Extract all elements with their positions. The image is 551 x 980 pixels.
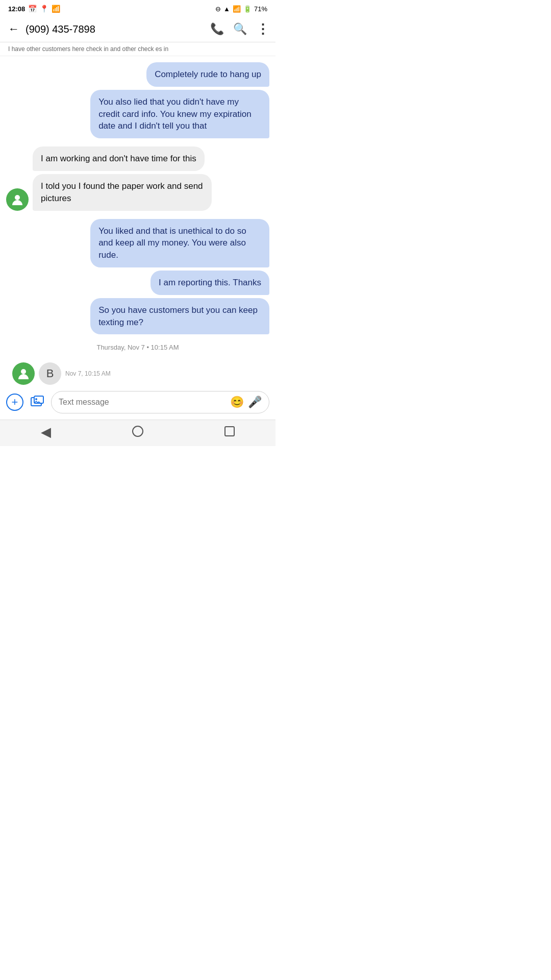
sim-icon: 📶 [52, 5, 60, 13]
contact-initial: B [39, 362, 61, 385]
more-options-button[interactable]: ⋮ [256, 21, 269, 37]
message-row: Completely rude to hang up [6, 62, 269, 87]
toolbar: ← (909) 435-7898 📞 🔍 ⋮ [0, 16, 276, 42]
message-bubble: You liked and that is unethical to do so… [90, 219, 269, 267]
message-text: I told you I found the paper work and se… [41, 181, 203, 203]
signal-icon: 📶 [233, 5, 241, 13]
add-icon: + [12, 396, 18, 409]
call-button[interactable]: 📞 [210, 22, 224, 36]
calendar-icon: 📅 [28, 5, 37, 13]
emoji-button[interactable]: 😊 [230, 396, 244, 409]
message-text: You liked and that is unethical to do so… [98, 226, 246, 260]
svg-point-4 [35, 398, 37, 400]
search-button[interactable]: 🔍 [233, 22, 247, 36]
date-divider: Thursday, Nov 7 • 10:15 AM [6, 344, 269, 351]
message-bubble: I am reporting this. Thanks [151, 271, 269, 295]
ghost-notification: I have other customers here check in and… [0, 42, 276, 56]
messages-area: Completely rude to hang up You also lied… [0, 56, 276, 387]
nav-back-button[interactable]: ◀ [41, 424, 51, 440]
contact-avatar [6, 188, 29, 211]
message-input-wrapper[interactable]: 😊 🎤 [51, 391, 269, 413]
status-right: ⊖ ▲ 📶 🔋 71% [215, 5, 267, 13]
message-row: You also lied that you didn't have my cr… [6, 90, 269, 138]
message-input[interactable] [59, 398, 226, 407]
message-text: Completely rude to hang up [155, 69, 261, 79]
attach-image-button[interactable] [29, 394, 46, 411]
message-bubble: I told you I found the paper work and se… [33, 174, 212, 211]
back-button[interactable]: ← [6, 20, 21, 38]
contact-preview-info: Nov 7, 10:15 AM [65, 370, 111, 377]
message-text: I am working and don't have time for thi… [41, 154, 196, 163]
mic-button[interactable]: 🎤 [248, 396, 262, 409]
message-text: You also lied that you didn't have my cr… [98, 97, 252, 131]
status-time: 12:08 [8, 5, 25, 13]
ghost-notification-text: I have other customers here check in and… [8, 45, 168, 53]
contact-preview-row: B Nov 7, 10:15 AM [6, 357, 269, 387]
message-text: I am reporting this. Thanks [159, 278, 261, 287]
wifi-icon: ▲ [223, 5, 230, 13]
message-row: I am working and don't have time for thi… [6, 146, 269, 171]
status-bar: 12:08 📅 📍 📶 ⊖ ▲ 📶 🔋 71% [0, 0, 276, 16]
nav-bar: ◀ [0, 420, 276, 446]
svg-point-0 [15, 195, 20, 200]
message-bubble: I am working and don't have time for thi… [33, 146, 205, 171]
status-left: 12:08 📅 📍 📶 [8, 5, 60, 13]
message-row: I told you I found the paper work and se… [6, 174, 269, 211]
location-icon: 📍 [40, 5, 48, 13]
message-text: So you have customers but you can keep t… [98, 305, 258, 327]
message-row: I am reporting this. Thanks [6, 271, 269, 295]
contact-avatar [12, 362, 35, 385]
nav-home-button[interactable] [132, 426, 143, 439]
contact-phone-number: (909) 435-7898 [26, 23, 206, 35]
battery-percent: 71% [254, 5, 267, 13]
battery-icon: 🔋 [243, 5, 252, 13]
toolbar-actions: 📞 🔍 ⋮ [210, 21, 269, 37]
message-bubble: Completely rude to hang up [146, 62, 269, 87]
dnd-icon: ⊖ [215, 5, 221, 13]
contact-timestamp: Nov 7, 10:15 AM [65, 370, 111, 377]
message-row: So you have customers but you can keep t… [6, 298, 269, 335]
message-bubble: So you have customers but you can keep t… [90, 298, 269, 335]
nav-recents-button[interactable] [224, 426, 235, 438]
input-area: + 😊 🎤 [0, 387, 276, 420]
svg-point-1 [21, 369, 26, 374]
message-bubble: You also lied that you didn't have my cr… [90, 90, 269, 138]
message-row: You liked and that is unethical to do so… [6, 219, 269, 267]
add-button[interactable]: + [6, 394, 23, 411]
date-divider-text: Thursday, Nov 7 • 10:15 AM [96, 344, 179, 351]
